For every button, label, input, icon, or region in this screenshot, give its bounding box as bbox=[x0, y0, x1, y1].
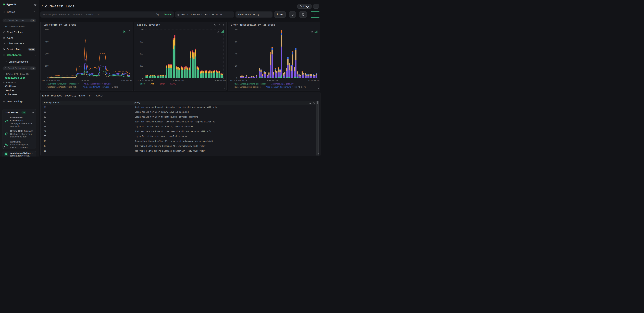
svg-text:0: 0 bbox=[236, 77, 237, 79]
svg-text:3:30:00 AM: 3:30:00 AM bbox=[78, 80, 89, 82]
svg-text:80: 80 bbox=[235, 29, 238, 31]
svg-text:150: 150 bbox=[45, 65, 48, 67]
svg-text:5:30:00 PM: 5:30:00 PM bbox=[214, 80, 226, 82]
svg-text:0: 0 bbox=[47, 77, 48, 79]
svg-text:300: 300 bbox=[45, 53, 48, 55]
svg-text:5:30:00 PM: 5:30:00 PM bbox=[121, 80, 132, 82]
svg-text:Dec 6 5:00:00 PM: Dec 6 5:00:00 PM bbox=[42, 80, 60, 82]
svg-text:5:30:00 PM: 5:30:00 PM bbox=[308, 80, 319, 82]
svg-text:3:30:00 AM: 3:30:00 AM bbox=[267, 80, 278, 82]
svg-text:1.2K: 1.2K bbox=[138, 29, 143, 31]
svg-text:0: 0 bbox=[142, 77, 143, 79]
svg-text:Dec 6 5:00:00 PM: Dec 6 5:00:00 PM bbox=[230, 80, 247, 82]
svg-text:20: 20 bbox=[235, 65, 238, 67]
svg-text:300: 300 bbox=[140, 65, 143, 67]
svg-text:600: 600 bbox=[45, 29, 48, 31]
svg-text:60: 60 bbox=[235, 41, 238, 43]
svg-text:3:30:00 AM: 3:30:00 AM bbox=[173, 80, 184, 82]
svg-text:900: 900 bbox=[140, 41, 143, 43]
svg-text:Dec 6 5:00:00 PM: Dec 6 5:00:00 PM bbox=[136, 80, 154, 82]
svg-text:40: 40 bbox=[235, 53, 238, 55]
svg-text:600: 600 bbox=[140, 53, 143, 55]
svg-text:450: 450 bbox=[45, 41, 48, 43]
